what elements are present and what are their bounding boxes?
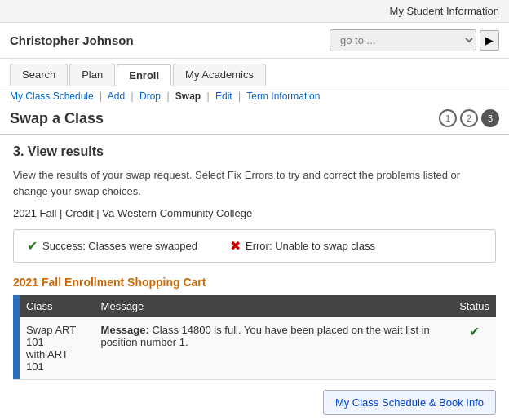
error-status: ✖ Error: Unable to swap class xyxy=(230,238,375,254)
col-status-header: Status xyxy=(453,295,496,317)
separator: | xyxy=(207,91,210,102)
sub-nav-my-class-schedule[interactable]: My Class Schedule xyxy=(10,91,94,102)
class-line2: with ART 101 xyxy=(26,348,69,373)
success-status: ✔ Success: Classes were swapped xyxy=(27,238,197,254)
row-marker-header xyxy=(13,295,20,317)
sub-nav-term-information[interactable]: Term Information xyxy=(246,91,320,102)
separator: | xyxy=(131,91,134,102)
step-3: 3 xyxy=(481,109,499,127)
separator: | xyxy=(166,91,169,102)
message-cell: Message: Class 14800 is full. You have b… xyxy=(95,317,454,380)
message-label: Message: xyxy=(101,324,149,336)
term-info: 2021 Fall | Credit | Va Western Communit… xyxy=(13,207,496,219)
success-checkmark-icon: ✔ xyxy=(27,238,38,254)
app-title: My Student Information xyxy=(390,5,499,17)
tab-my-academics[interactable]: My Academics xyxy=(173,64,266,86)
row-status-checkmark-icon: ✔ xyxy=(469,325,480,338)
goto-select[interactable]: go to ... xyxy=(330,29,476,51)
step-2: 2 xyxy=(460,109,478,127)
goto-button[interactable]: ▶ xyxy=(480,30,499,51)
step-heading: 3. View results xyxy=(13,144,496,159)
message-text: Class 14800 is full. You have been place… xyxy=(101,324,430,348)
cart-title: 2021 Fall Enrollment Shopping Cart xyxy=(13,276,496,289)
error-x-icon: ✖ xyxy=(230,238,241,254)
table-row: Swap ART 101 with ART 101 Message: Class… xyxy=(13,317,496,380)
error-text: Error: Unable to swap class xyxy=(246,240,375,252)
step-description: View the results of your swap request. S… xyxy=(13,167,496,199)
class-line1: Swap ART 101 xyxy=(26,324,76,348)
page-header: Swap a Class 1 2 3 xyxy=(0,106,509,135)
header: Christopher Johnson go to ... ▶ xyxy=(0,23,509,59)
col-class-header: Class xyxy=(20,295,95,317)
schedule-book-info-button[interactable]: My Class Schedule & Book Info xyxy=(323,390,496,415)
page-title: Swap a Class xyxy=(10,110,104,127)
step-1: 1 xyxy=(439,109,457,127)
col-message-header: Message xyxy=(95,295,454,317)
goto-container: go to ... ▶ xyxy=(330,29,499,51)
status-cell: ✔ xyxy=(453,317,496,380)
tab-plan[interactable]: Plan xyxy=(69,64,115,86)
action-row: My Class Schedule & Book Info xyxy=(13,390,496,415)
main-content: 3. View results View the results of your… xyxy=(0,135,509,420)
tabs: Search Plan Enroll My Academics xyxy=(0,59,509,86)
sub-nav-add[interactable]: Add xyxy=(108,91,125,102)
step-indicators: 1 2 3 xyxy=(439,109,499,127)
class-cell: Swap ART 101 with ART 101 xyxy=(20,317,95,380)
sub-nav-edit[interactable]: Edit xyxy=(215,91,232,102)
tab-search[interactable]: Search xyxy=(10,64,68,86)
sub-nav: My Class Schedule | Add | Drop | Swap | … xyxy=(0,86,509,106)
separator: | xyxy=(100,91,102,102)
separator: | xyxy=(238,91,241,102)
tab-enroll[interactable]: Enroll xyxy=(117,64,171,86)
sub-nav-swap-current: Swap xyxy=(175,91,201,102)
row-marker xyxy=(13,317,20,380)
top-bar: My Student Information xyxy=(0,0,509,23)
cart-table: Class Message Status Swap ART 101 with A… xyxy=(13,295,496,380)
student-name: Christopher Johnson xyxy=(10,33,330,47)
status-box: ✔ Success: Classes were swapped ✖ Error:… xyxy=(13,229,496,263)
success-text: Success: Classes were swapped xyxy=(42,240,197,252)
sub-nav-drop[interactable]: Drop xyxy=(139,91,161,102)
